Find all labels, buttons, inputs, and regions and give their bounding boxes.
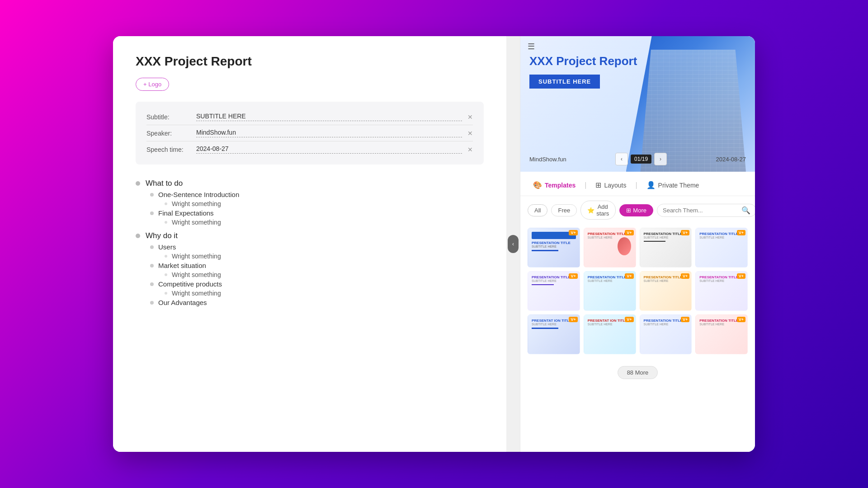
list-item: Why do it Users Wright something Market … — [136, 231, 484, 306]
tab-templates[interactable]: 🎨 Templates — [528, 178, 581, 192]
card-bar — [644, 241, 666, 242]
outline-l3-text: Wright something — [172, 200, 221, 207]
outline-item-l3[interactable]: Wright something — [165, 290, 484, 297]
bullet-icon — [150, 301, 154, 305]
tab-divider: | — [635, 181, 637, 189]
outline-item-l1[interactable]: What to do — [136, 179, 484, 188]
fields-box: Subtitle: SUBTITLE HERE ✕ Speaker: MindS… — [136, 102, 484, 164]
vip-badge: V+ — [681, 230, 689, 235]
outline-l3-text: Wright something — [172, 290, 221, 297]
bullet-icon — [165, 202, 167, 205]
star-icon: ⭐ — [587, 207, 594, 214]
next-slide-button[interactable]: › — [654, 153, 667, 165]
vip-badge: V+ — [625, 273, 633, 279]
preview-date: 2024-08-27 — [716, 156, 746, 163]
outline-l2-text: Competitive products — [158, 280, 222, 288]
tab-divider: | — [585, 181, 586, 189]
app-window: XXX Project Report + Logo Subtitle: SUBT… — [113, 36, 755, 452]
vip-badge: V+ — [681, 317, 689, 322]
vip-badge: V+ — [681, 273, 689, 279]
filter-free-button[interactable]: Free — [551, 204, 577, 216]
card-subtitle: SUBTITLE HERE — [588, 279, 632, 282]
outline-item-l2[interactable]: Users — [150, 243, 484, 251]
menu-icon[interactable]: ☰ — [528, 42, 535, 51]
template-card[interactable]: V+ PRESENTATION TITLE SUBTITLE HERE — [695, 271, 748, 311]
template-tabs: 🎨 Templates | ⊞ Layouts | 👤 Private Them… — [520, 172, 755, 196]
outline-l2-text: Final Expectations — [158, 209, 214, 217]
preview-header: ☰ — [528, 42, 535, 52]
template-card[interactable]: V+ PRESENTATION TITLE SUBTITLE HERE — [695, 228, 748, 267]
outline-l2-text: Our Advantages — [158, 299, 207, 306]
tab-private-theme[interactable]: 👤 Private Theme — [641, 178, 705, 192]
speaker-clear-icon[interactable]: ✕ — [467, 130, 473, 137]
outline-item-l2[interactable]: Competitive products — [150, 280, 484, 288]
speech-time-clear-icon[interactable]: ✕ — [467, 146, 473, 153]
template-card[interactable]: V+ PRESENTATION TITLE SUBTITLE HERE — [640, 314, 692, 354]
page-indicator: 01/19 — [631, 155, 651, 164]
vip-badge: V+ — [737, 317, 745, 322]
card-bar — [532, 328, 558, 329]
outline-item-l2[interactable]: Our Advantages — [150, 299, 484, 306]
outline-item-l2[interactable]: One-Sentence Introduction — [150, 191, 484, 198]
more-count-button[interactable]: 88 More — [618, 366, 658, 379]
more-btn-row: 88 More — [520, 361, 755, 384]
outline-l1-text: Why do it — [146, 231, 178, 240]
speaker-value[interactable]: MindShow.fun — [196, 129, 462, 137]
filter-add-stars-button[interactable]: ⭐ Add stars — [580, 201, 616, 220]
vip-badge: V+ — [569, 230, 577, 235]
subtitle-clear-icon[interactable]: ✕ — [467, 113, 473, 121]
preview-footer: MindShow.fun ‹ 01/19 › 2024-08-27 — [529, 153, 746, 165]
speech-time-value[interactable]: 2024-08-27 — [196, 145, 462, 154]
search-input[interactable] — [663, 207, 739, 214]
template-card[interactable]: V+ PRESENTATION TITLE SUBTITLE HERE — [528, 228, 580, 267]
outline: What to do One-Sentence Introduction Wri… — [136, 179, 484, 306]
card-subtitle: SUBTITLE HERE — [699, 279, 744, 282]
add-logo-button[interactable]: + Logo — [136, 78, 169, 91]
outline-l2-text: Users — [158, 243, 176, 251]
outline-item-l3[interactable]: Wright something — [165, 200, 484, 207]
template-card[interactable]: V+ PRESENTAT ION TITLE SUBTITLE HERE — [584, 314, 636, 354]
right-panel: ☰ XXX Project Report SUBTITLE HERE MindS… — [520, 36, 755, 452]
prev-slide-button[interactable]: ‹ — [615, 153, 628, 165]
template-card[interactable]: V+ PRESENTATION TITLE SUBTITLE HERE — [584, 228, 636, 267]
card-subtitle: SUBTITLE HERE — [644, 323, 688, 326]
vip-badge: V+ — [569, 317, 577, 322]
preview-nav: ‹ 01/19 › — [615, 153, 667, 165]
filter-all-button[interactable]: All — [528, 204, 547, 216]
card-subtitle: SUBTITLE HERE — [699, 236, 744, 239]
outline-item-l3[interactable]: Wright something — [165, 219, 484, 226]
tab-layouts[interactable]: ⊞ Layouts — [590, 178, 632, 192]
preview-subtitle: SUBTITLE HERE — [529, 75, 600, 89]
outline-item-l2[interactable]: Final Expectations — [150, 209, 484, 217]
bullet-icon — [136, 234, 140, 238]
preview-speaker: MindShow.fun — [529, 156, 566, 163]
collapse-icon[interactable]: ‹ — [508, 235, 519, 253]
card-title: PRESENTATION TITLE — [532, 241, 576, 245]
filter-more-button[interactable]: ⊞ More — [619, 204, 653, 216]
page-title: XXX Project Report — [136, 54, 484, 69]
vip-badge: V+ — [569, 273, 577, 279]
template-card[interactable]: V+ PRESENTATION TITLE SUBTITLE HERE — [640, 271, 692, 311]
outline-item-l1[interactable]: Why do it — [136, 231, 484, 240]
template-card[interactable]: V+ PRESENTATION TITLE SUBTITLE HERE — [528, 271, 580, 311]
speaker-field-row: Speaker: MindShow.fun ✕ — [146, 125, 473, 141]
panel-divider[interactable]: ‹ — [506, 36, 520, 452]
list-item: What to do One-Sentence Introduction Wri… — [136, 179, 484, 226]
bullet-icon — [150, 264, 154, 267]
template-card[interactable]: V+ PRESENTATION TITLE SUBTITLE HERE — [584, 271, 636, 311]
bullet-icon — [165, 292, 167, 295]
template-card[interactable]: V+ PRESENTATION TITLE SUBTITLE HERE — [640, 228, 692, 267]
template-card[interactable]: V+ PRESENTAT ION TITLE SUBTITLE HERE — [528, 314, 580, 354]
outline-l2-text: Market situation — [158, 262, 206, 269]
bullet-icon — [165, 255, 167, 258]
outline-item-l2[interactable]: Market situation — [150, 262, 484, 269]
search-box[interactable]: 🔍 — [657, 204, 755, 217]
grid-icon: ⊞ — [626, 207, 631, 214]
outline-item-l3[interactable]: Wright something — [165, 253, 484, 260]
outline-item-l3[interactable]: Wright something — [165, 271, 484, 278]
card-subtitle: SUBTITLE HERE — [644, 279, 688, 282]
subtitle-value[interactable]: SUBTITLE HERE — [196, 113, 462, 121]
card-subtitle: SUBTITLE HERE — [588, 323, 632, 326]
bullet-icon — [165, 273, 167, 276]
template-card[interactable]: V+ PRESENTATION TITLE SUBTITLE HERE — [695, 314, 748, 354]
